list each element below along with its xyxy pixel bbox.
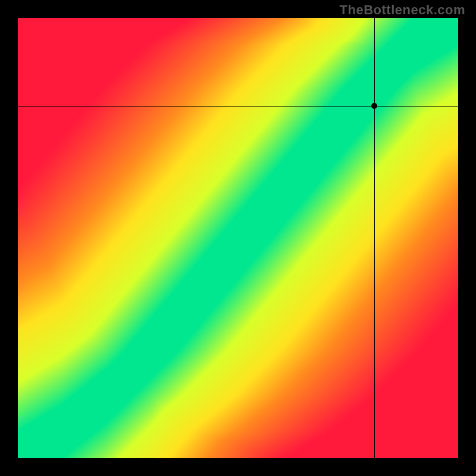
watermark-label: TheBottleneck.com <box>340 2 465 18</box>
heatmap-canvas <box>18 18 458 458</box>
chart-frame: TheBottleneck.com <box>0 0 476 476</box>
heatmap-plot <box>18 18 458 458</box>
